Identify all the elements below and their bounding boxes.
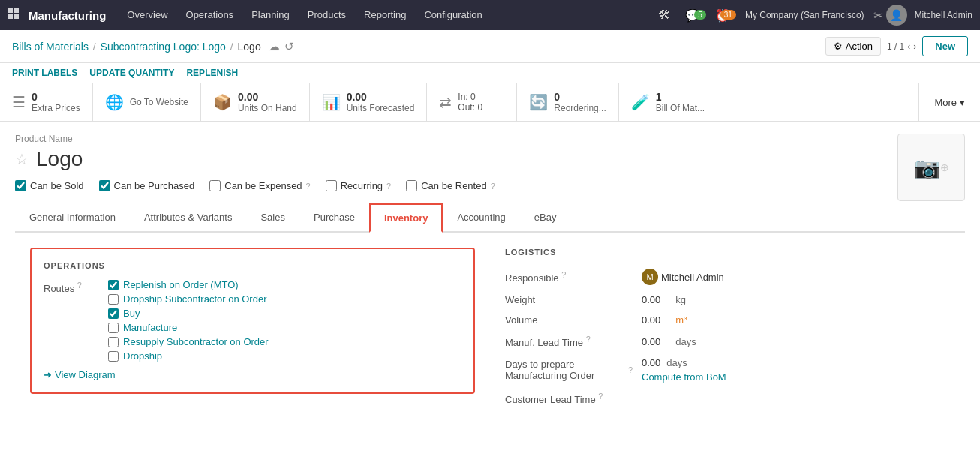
pagination: 1 / 1 ‹ ›: [887, 41, 916, 52]
bom-label: Bill Of Mat...: [656, 103, 705, 113]
activity-icon[interactable]: ⏰ 31: [709, 8, 736, 23]
out-label: Out:: [458, 102, 475, 113]
route-manufacture[interactable]: Manufacture: [108, 322, 269, 333]
action-button[interactable]: ⚙ Action: [825, 37, 881, 56]
days-prepare-help-icon: ?: [628, 365, 633, 374]
forecasted-stat[interactable]: 📊 0.00 Units Forecasted: [310, 83, 428, 121]
next-icon[interactable]: ›: [913, 41, 916, 52]
nav-overview[interactable]: Overview: [119, 0, 175, 30]
extra-prices-count: 0: [32, 91, 80, 103]
nav-configuration[interactable]: Configuration: [416, 0, 489, 30]
can-be-purchased-checkbox[interactable]: Can be Purchased: [99, 180, 195, 191]
routes-label: Routes ?: [44, 279, 96, 294]
route-dropship[interactable]: Dropship: [108, 350, 269, 362]
reordering-count: 0: [554, 91, 606, 103]
app-name: Manufacturing: [29, 9, 106, 22]
can-be-expensed-checkbox[interactable]: Can be Expensed ?: [209, 180, 310, 191]
support-icon[interactable]: 🛠: [652, 8, 676, 22]
in-value: 0: [470, 92, 476, 102]
product-image[interactable]: 📷 ⊕: [897, 134, 965, 201]
reordering-stat[interactable]: 🔄 0 Reordering...: [517, 83, 618, 121]
print-labels-link[interactable]: PRINT LABELS: [12, 68, 77, 78]
volume-row: Volume 0.00 m³: [505, 314, 950, 326]
view-diagram-link[interactable]: ➜ View Diagram: [44, 369, 461, 380]
arrow-right-icon: ➜: [44, 369, 52, 380]
route-dropship-sub[interactable]: Dropship Subcontractor on Order: [108, 293, 269, 305]
replenish-link[interactable]: REPLENISH: [186, 68, 238, 78]
on-hand-stat[interactable]: 📦 0.00 Units On Hand: [201, 83, 310, 121]
nav-reporting[interactable]: Reporting: [356, 0, 413, 30]
breadcrumb-parent1[interactable]: Bills of Materials: [12, 41, 89, 53]
stats-bar: ☰ 0 Extra Prices 🌐 Go To Website 📦 0.00 …: [0, 83, 980, 122]
nav-products[interactable]: Products: [300, 0, 353, 30]
product-tabs: General Information Attributes & Variant…: [15, 203, 965, 233]
camera-icon: 📷: [914, 155, 940, 180]
in-label: In:: [458, 92, 467, 102]
go-to-website-label: Go To Website: [130, 97, 188, 107]
nav-operations[interactable]: Operations: [179, 0, 242, 30]
checkboxes-row: Can be Sold Can be Purchased Can be Expe…: [15, 180, 882, 191]
recurring-checkbox[interactable]: Recurring ?: [326, 180, 391, 191]
new-button[interactable]: New: [922, 36, 968, 56]
on-hand-label: Units On Hand: [238, 103, 297, 113]
breadcrumb-bar: Bills of Materials / Subcontracting Logo…: [0, 30, 980, 63]
on-hand-icon: 📦: [213, 93, 232, 111]
volume-label: Volume: [505, 314, 633, 326]
reorder-icon: 🔄: [529, 93, 548, 111]
route-buy[interactable]: Buy: [108, 308, 269, 319]
product-name-label: Product Name: [15, 134, 882, 144]
chevron-down-icon: ▾: [960, 97, 965, 108]
app-grid-icon[interactable]: [8, 8, 21, 23]
go-to-website-stat[interactable]: 🌐 Go To Website: [93, 83, 201, 121]
in-out-stat[interactable]: ⇄ In: 0 Out: 0: [427, 83, 517, 121]
recurring-help-icon: ?: [386, 182, 391, 191]
responsible-row: Responsible ? M Mitchell Admin: [505, 269, 950, 285]
weight-value: 0.00: [642, 294, 660, 305]
gear-icon: ⚙: [834, 41, 843, 52]
update-quantity-link[interactable]: UPDATE QUANTITY: [89, 68, 174, 78]
prev-icon[interactable]: ‹: [907, 41, 910, 52]
breadcrumb-parent2[interactable]: Subcontracting Logo: Logo: [101, 41, 226, 53]
tab-inventory[interactable]: Inventory: [369, 203, 443, 233]
can-be-rented-checkbox[interactable]: Can be Rented ?: [406, 180, 495, 191]
list-icon: ☰: [12, 93, 26, 111]
tab-accounting[interactable]: Accounting: [443, 203, 519, 231]
manuf-lead-help-icon: ?: [586, 335, 591, 344]
tab-sales[interactable]: Sales: [246, 203, 299, 231]
days-prepare-value: 0.00: [642, 357, 660, 368]
svg-rect-0: [8, 8, 13, 13]
route-resupply-sub[interactable]: Resupply Subcontractor on Order: [108, 336, 269, 347]
undo-icon[interactable]: ↺: [284, 40, 294, 53]
expensed-help-icon: ?: [306, 182, 311, 191]
chat-badge: 5: [694, 10, 706, 20]
user-name: Mitchell Admin: [915, 10, 972, 20]
breadcrumb-sep2: /: [230, 41, 233, 52]
transfer-icon: ⇄: [439, 93, 452, 111]
manuf-lead-row: Manuf. Lead Time ? 0.00 days: [505, 335, 950, 348]
favorite-icon[interactable]: ☆: [15, 150, 29, 168]
inventory-tab-content: OPERATIONS Routes ? Replenish on Order (…: [15, 233, 965, 430]
tab-general[interactable]: General Information: [15, 203, 130, 231]
tab-ebay[interactable]: eBay: [520, 203, 571, 231]
compute-from-bom-link[interactable]: Compute from BoM: [642, 371, 726, 383]
out-value: 0: [477, 102, 482, 113]
routes-list: Replenish on Order (MTO) Dropship Subcon…: [108, 279, 269, 362]
tab-attributes[interactable]: Attributes & Variants: [130, 203, 247, 231]
more-button[interactable]: More ▾: [918, 83, 980, 121]
scissors-icon[interactable]: ✂: [873, 8, 883, 23]
bom-stat[interactable]: 🧪 1 Bill Of Mat...: [619, 83, 717, 121]
bom-count: 1: [656, 91, 705, 103]
extra-prices-stat[interactable]: ☰ 0 Extra Prices: [0, 83, 93, 121]
cloud-icon[interactable]: ☁: [269, 40, 280, 53]
route-mto[interactable]: Replenish on Order (MTO): [108, 279, 269, 290]
chat-icon[interactable]: 💬 5: [679, 8, 706, 23]
tab-purchase[interactable]: Purchase: [299, 203, 369, 231]
can-be-sold-checkbox[interactable]: Can be Sold: [15, 180, 84, 191]
reordering-label: Reordering...: [554, 103, 606, 113]
manuf-lead-unit: days: [675, 336, 696, 347]
bom-icon: 🧪: [631, 93, 650, 111]
forecasted-value: 0.00: [347, 91, 415, 103]
user-avatar[interactable]: 👤: [886, 5, 907, 26]
nav-planning[interactable]: Planning: [244, 0, 297, 30]
on-hand-value: 0.00: [238, 91, 297, 103]
